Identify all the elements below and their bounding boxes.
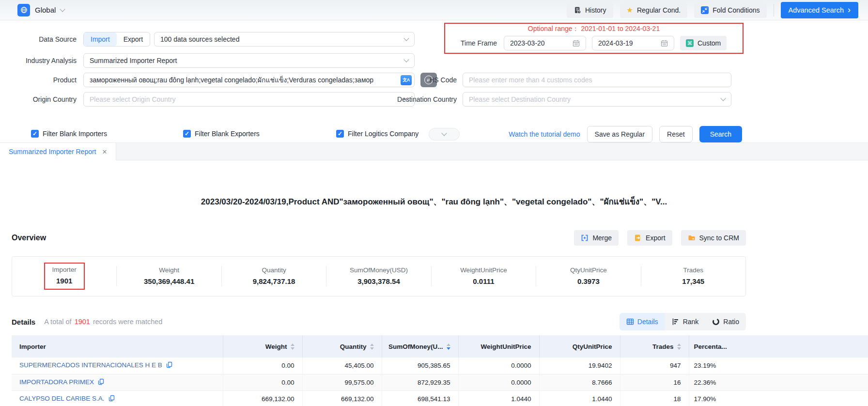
cell-trades: 16	[620, 374, 689, 390]
search-button[interactable]: Search	[699, 126, 742, 142]
product-input[interactable]: замороженный овощ;rau đông lạnh;vegetal …	[83, 73, 415, 87]
table-grid-icon	[626, 318, 634, 326]
export-button-label: Export	[646, 234, 665, 242]
export-icon	[634, 234, 642, 242]
merge-button[interactable]: Merge	[574, 230, 619, 246]
chevron-down-icon[interactable]	[60, 6, 65, 12]
data-sources-select[interactable]: 100 data sources selected	[154, 32, 415, 47]
sort-icon[interactable]	[370, 344, 374, 350]
date-end-input[interactable]: 2024-03-19	[592, 36, 674, 50]
date-start-input[interactable]: 2023-03-20	[504, 36, 586, 50]
cell-weight: 0.00	[223, 374, 302, 390]
cell-quantity: 45,405.00	[302, 358, 382, 374]
filter-blank-exporters-checkbox[interactable]: ✓ Filter Blank Exporters	[183, 130, 260, 138]
cell-qup: 1.0440	[539, 390, 620, 406]
col-label: Weight	[265, 343, 287, 350]
importer-link[interactable]: IMPORTADORA PRIMEX	[19, 378, 94, 386]
sort-desc-icon[interactable]	[447, 344, 450, 350]
stat-label: SumOfMoney(USD)	[326, 266, 431, 274]
table-row: CALYPSO DEL CARIBE S.A. 669,132.00 669,1…	[12, 390, 868, 406]
cell-trades: 947	[620, 358, 689, 374]
details-header: Details A total of1901records were match…	[12, 313, 746, 330]
date-end-value: 2024-03-19	[598, 39, 633, 47]
col-importer: Importer	[12, 335, 223, 358]
stat-label: WeightUnitPrice	[432, 266, 536, 274]
chevron-right-icon: ›	[848, 5, 851, 14]
view-details-button[interactable]: Details	[620, 313, 665, 330]
collapse-conditions-button[interactable]	[429, 128, 460, 141]
region-selector-label: Global	[35, 6, 56, 14]
industry-analysis-value: Summarized Importer Report	[90, 57, 177, 64]
stat-sum-of-money: SumOfMoney(USD) 3,903,378.54	[326, 263, 431, 290]
export-tab[interactable]: Export	[117, 32, 150, 46]
col-label: Importer	[19, 343, 46, 350]
checkbox-checked-icon: ✓	[336, 130, 344, 138]
industry-analysis-select[interactable]: Summarized Importer Report	[83, 53, 415, 68]
custom-range-button[interactable]: ⌘ Custom	[680, 36, 727, 50]
cell-qup: 8.7666	[539, 374, 620, 390]
stat-weight-unit-price: WeightUnitPrice 0.0111	[432, 263, 536, 290]
time-frame-label: Time Frame	[440, 36, 497, 50]
export-button[interactable]: Export	[627, 230, 672, 246]
filter-logistics-company-label: Filter Logitics Company	[348, 130, 418, 138]
col-qty-unit-price: QtyUnitPrice	[539, 335, 620, 358]
filter-logistics-company-checkbox[interactable]: ✓ Filter Logitics Company	[336, 130, 418, 138]
calendar-icon[interactable]	[661, 40, 668, 47]
view-rank-button[interactable]: Rank	[665, 313, 706, 330]
view-ratio-button[interactable]: Ratio	[705, 313, 746, 330]
sync-to-crm-button-label: Sync to CRM	[699, 234, 739, 242]
hs-code-input-wrap	[463, 73, 731, 87]
origin-country-placeholder: Please select Origin Country	[90, 95, 175, 103]
history-button[interactable]: History	[567, 2, 613, 18]
copy-icon[interactable]	[108, 396, 115, 403]
cell-sum: 698,541.13	[382, 390, 458, 406]
stat-label: Quantity	[222, 266, 326, 274]
annotation-box-importer: Importer 1901	[44, 263, 85, 290]
save-as-regular-button[interactable]: Save as Regular	[587, 126, 653, 142]
filter-blank-importers-checkbox[interactable]: ✓ Filter Blank Importers	[31, 130, 107, 138]
col-weight-unit-price: WeightUnitPrice	[458, 335, 539, 358]
cell-quantity: 99,575.00	[302, 374, 382, 390]
destination-country-select[interactable]: Please select Destination Country	[463, 92, 731, 107]
origin-country-select[interactable]: Please select Origin Country	[83, 92, 415, 107]
col-sum-of-money[interactable]: SumOfMoney(U...	[382, 335, 458, 358]
sort-icon[interactable]	[291, 344, 294, 350]
destination-country-placeholder: Please select Destination Country	[469, 95, 571, 103]
importer-link[interactable]: CALYPSO DEL CARIBE S.A.	[19, 395, 105, 402]
col-label: Trades	[652, 343, 674, 350]
col-weight[interactable]: Weight	[223, 335, 302, 358]
product-label: Product	[0, 73, 77, 87]
import-tab[interactable]: Import	[84, 32, 117, 46]
stat-value: 0.0111	[432, 277, 536, 285]
merge-button-label: Merge	[592, 234, 612, 242]
tutorial-demo-link[interactable]: Watch the tutorial demo	[509, 130, 580, 138]
col-quantity[interactable]: Quantity	[302, 335, 382, 358]
advanced-search-button[interactable]: Advanced Search ›	[781, 2, 858, 18]
tab-summarized-importer-report[interactable]: Summarized Importer Report ✕	[0, 143, 116, 160]
copy-icon[interactable]	[166, 362, 172, 370]
date-start-value: 2023-03-20	[510, 39, 545, 47]
chevron-down-icon	[403, 35, 409, 41]
tab-strip: Summarized Importer Report ✕	[0, 143, 868, 160]
sort-icon[interactable]	[677, 344, 681, 350]
regular-cond-button[interactable]: ★ Regular Cond.	[620, 2, 688, 18]
importer-link[interactable]: SUPERMERCADOS INTERNACIONALES H E B	[19, 361, 162, 369]
reset-button[interactable]: Reset	[659, 126, 693, 142]
close-icon[interactable]: ✕	[102, 148, 108, 156]
stat-qty-unit-price: QtyUnitPrice 0.3973	[536, 263, 640, 290]
stat-label: QtyUnitPrice	[536, 266, 640, 274]
query-title: 2023/03/20-2024/03/19,Product AND"заморо…	[0, 195, 868, 208]
cell-percentage: 17.90%	[689, 390, 868, 406]
sync-to-crm-button[interactable]: Sync to CRM	[681, 230, 746, 246]
copy-icon[interactable]	[98, 379, 104, 387]
summary-suffix: records were matched	[93, 318, 162, 326]
summary-prefix: A total of	[44, 318, 71, 326]
hs-code-input[interactable]	[469, 76, 725, 84]
star-icon: ★	[627, 6, 633, 14]
col-percentage: Percenta...	[689, 335, 868, 358]
col-label: QtyUnitPrice	[573, 343, 612, 350]
cell-wup: 0.0000	[458, 358, 539, 374]
calendar-icon[interactable]	[573, 40, 580, 47]
col-trades[interactable]: Trades	[620, 335, 689, 358]
fold-conditions-button[interactable]: Fold Conditions	[694, 2, 766, 18]
